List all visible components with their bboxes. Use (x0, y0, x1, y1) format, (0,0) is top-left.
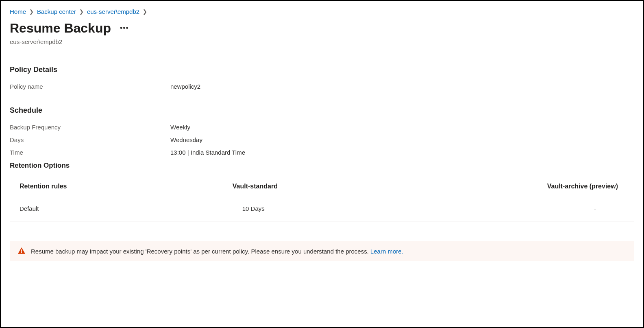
col-retention-rules: Retention rules (10, 177, 147, 196)
warning-banner: Resume backup may impact your existing '… (10, 241, 634, 261)
frequency-label: Backup Frequency (10, 124, 170, 131)
chevron-right-icon: ❯ (143, 9, 147, 15)
policy-details-header: Policy Details (10, 66, 634, 74)
chevron-right-icon: ❯ (29, 9, 34, 15)
cell-rule: Default (10, 196, 147, 221)
policy-name-row: Policy name newpolicy2 (10, 83, 634, 90)
retention-options-header: Retention Options (10, 162, 634, 170)
cell-vault-archive: - (435, 196, 634, 221)
days-value: Wednesday (170, 136, 202, 143)
frequency-row: Backup Frequency Weekly (10, 124, 634, 131)
svg-rect-0 (21, 249, 22, 252)
col-vault-archive: Vault-archive (preview) (435, 177, 634, 196)
days-label: Days (10, 136, 170, 143)
schedule-header: Schedule (10, 106, 634, 115)
policy-name-label: Policy name (10, 83, 170, 90)
page-subtitle: eus-server\empdb2 (10, 38, 634, 45)
cell-vault-standard: 10 Days (147, 196, 435, 221)
page-title: Resume Backup (10, 21, 111, 36)
retention-table: Retention rules Vault-standard Vault-arc… (10, 177, 634, 221)
days-row: Days Wednesday (10, 136, 634, 143)
breadcrumb-home[interactable]: Home (10, 8, 26, 15)
frequency-value: Weekly (170, 124, 190, 131)
breadcrumb-resource[interactable]: eus-server\empdb2 (87, 8, 139, 15)
warning-text: Resume backup may impact your existing '… (31, 248, 369, 255)
breadcrumb: Home ❯ Backup center ❯ eus-server\empdb2… (10, 8, 634, 15)
chevron-right-icon: ❯ (79, 9, 84, 15)
col-vault-standard: Vault-standard (147, 177, 435, 196)
warning-icon (18, 247, 25, 255)
time-row: Time 13:00 | India Standard Time (10, 149, 634, 156)
table-row: Default 10 Days - (10, 196, 634, 221)
more-button[interactable]: ••• (120, 24, 129, 33)
learn-more-link[interactable]: Learn more. (370, 248, 403, 255)
page-header: Resume Backup ••• (10, 21, 634, 36)
time-value: 13:00 | India Standard Time (170, 149, 245, 156)
svg-rect-1 (21, 252, 22, 253)
policy-name-value: newpolicy2 (170, 83, 200, 90)
breadcrumb-backup-center[interactable]: Backup center (37, 8, 76, 15)
table-header-row: Retention rules Vault-standard Vault-arc… (10, 177, 634, 196)
time-label: Time (10, 149, 170, 156)
